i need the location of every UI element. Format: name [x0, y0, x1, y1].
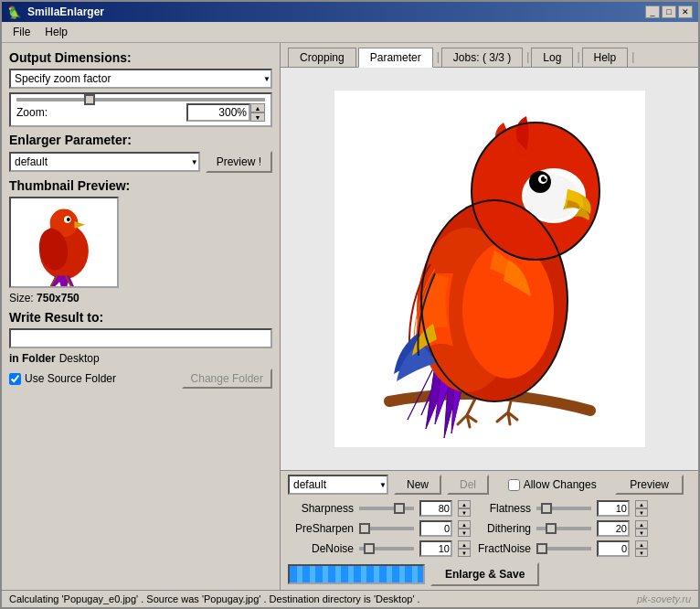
fractnoise-down[interactable]: ▼ [635, 549, 648, 557]
enlarger-param-section: Enlarger Parameter: default Preview ! [9, 133, 272, 173]
flatness-input[interactable] [597, 500, 630, 517]
fractnoise-slider[interactable] [536, 547, 591, 550]
sharpness-slider[interactable] [359, 507, 414, 510]
menu-bar: File Help [2, 22, 698, 43]
status-text: Calculating 'Popugay_e0.jpg' . Source wa… [9, 593, 420, 604]
write-result-section: Write Result to: Popugay_e1.jpg in Folde… [9, 310, 272, 389]
new-preset-button[interactable]: New [394, 475, 441, 495]
fractnoise-spin: ▲ ▼ [635, 540, 648, 557]
main-window: 🦜 SmillaEnlarger _ □ ✕ File Help Output … [0, 0, 700, 609]
menu-file[interactable]: File [5, 24, 37, 40]
sharpness-label: Sharpness [288, 502, 354, 515]
preview-button[interactable]: Preview ! [206, 151, 272, 173]
zoom-slider[interactable] [16, 98, 265, 102]
presharpen-input[interactable] [419, 520, 452, 537]
sharpness-down[interactable]: ▼ [458, 508, 471, 517]
use-source-folder-checkbox[interactable] [9, 373, 21, 385]
close-button[interactable]: ✕ [678, 5, 693, 18]
zoom-input[interactable] [186, 103, 250, 122]
zoom-spin-down[interactable]: ▼ [250, 112, 265, 122]
allow-changes-row: Allow Changes [508, 478, 597, 491]
status-bar: Calculating 'Popugay_e0.jpg' . Source wa… [2, 590, 698, 607]
tab-help[interactable]: Help [582, 48, 629, 67]
presharpen-label: PreSharpen [288, 522, 354, 535]
tab-cropping[interactable]: Cropping [288, 48, 356, 67]
dithering-spin: ▲ ▼ [635, 520, 648, 537]
tab-sep3: | [575, 50, 581, 63]
zoom-row: Zoom: ▲ ▼ [9, 92, 272, 127]
presharpen-down[interactable]: ▼ [458, 529, 471, 537]
sharpness-input[interactable] [419, 500, 452, 517]
flatness-up[interactable]: ▲ [635, 500, 648, 508]
zoom-spin-up[interactable]: ▲ [250, 103, 265, 112]
window-title: SmillaEnlarger [27, 5, 104, 18]
tab-sep1: | [435, 50, 441, 63]
change-folder-button[interactable]: Change Folder [182, 369, 272, 389]
preset-select[interactable]: default [288, 475, 388, 495]
zoom-mode-select-wrapper: Specify zoom factor [9, 69, 272, 89]
denoise-down[interactable]: ▼ [458, 549, 471, 557]
tab-parameter[interactable]: Parameter [358, 48, 433, 68]
size-display: Size: 750x750 [9, 292, 272, 304]
zoom-mode-wrapper: Specify zoom factor [9, 69, 272, 89]
preview-area [281, 68, 698, 470]
dithering-label: Dithering [476, 522, 531, 535]
zoom-mode-select[interactable]: Specify zoom factor [9, 69, 272, 89]
filename-input[interactable]: Popugay_e1.jpg [9, 328, 272, 348]
zoom-spin-buttons: ▲ ▼ [250, 103, 265, 122]
del-preset-button[interactable]: Del [447, 475, 489, 495]
params-row3: PreSharpen ▲ ▼ Dithering ▲ ▼ [281, 518, 698, 539]
sharpness-up[interactable]: ▲ [458, 500, 471, 508]
dithering-input[interactable] [597, 520, 630, 537]
checkbox-row: Use Source Folder Change Folder [9, 369, 272, 389]
tab-sep4: | [630, 50, 636, 63]
write-result-title: Write Result to: [9, 310, 272, 325]
in-folder-label: in Folder [9, 352, 56, 365]
presharpen-slider[interactable] [359, 527, 414, 530]
app-icon: 🦜 [7, 5, 22, 19]
enlarger-param-title: Enlarger Parameter: [9, 133, 272, 147]
dithering-slider[interactable] [536, 527, 591, 530]
minimize-button[interactable]: _ [645, 5, 660, 18]
param-row: default Preview ! [9, 151, 272, 173]
denoise-slider[interactable] [359, 547, 414, 550]
output-dimensions-section: Output Dimensions: Specify zoom factor Z… [9, 50, 272, 127]
zoom-label-row: Zoom: ▲ ▼ [16, 103, 265, 122]
presharpen-up[interactable]: ▲ [458, 520, 471, 529]
tab-jobs[interactable]: Jobs: ( 3/3 ) [441, 48, 523, 67]
flatness-slider[interactable] [536, 507, 591, 510]
fractnoise-up[interactable]: ▲ [635, 540, 648, 549]
zoom-label: Zoom: [16, 106, 48, 119]
thumbnail-box [9, 197, 119, 288]
folder-row: in Folder Desktop [9, 352, 272, 365]
denoise-spin: ▲ ▼ [458, 540, 471, 557]
denoise-up[interactable]: ▲ [458, 540, 471, 549]
size-label-text: Size: [9, 292, 34, 304]
right-panel: Cropping Parameter | Jobs: ( 3/3 ) | Log… [281, 43, 698, 590]
tab-bar: Cropping Parameter | Jobs: ( 3/3 ) | Log… [281, 43, 698, 68]
zoom-input-wrapper: ▲ ▼ [186, 103, 265, 122]
enlarge-save-button[interactable]: Enlarge & Save [430, 562, 539, 586]
flatness-down[interactable]: ▼ [635, 508, 648, 517]
param-select[interactable]: default [9, 152, 200, 172]
bottom-controls: default New Del Allow Changes Preview Sh… [281, 470, 698, 590]
thumbnail-title: Thumbnail Preview: [9, 178, 272, 193]
output-dimensions-title: Output Dimensions: [9, 50, 272, 65]
bottom-preview-button[interactable]: Preview [615, 475, 684, 495]
svg-point-18 [544, 176, 546, 179]
maximize-button[interactable]: □ [662, 5, 676, 18]
allow-changes-checkbox[interactable] [508, 479, 520, 491]
menu-help[interactable]: Help [37, 24, 75, 40]
size-value: 750x750 [37, 292, 80, 304]
dithering-up[interactable]: ▲ [635, 520, 648, 529]
params-row2: Sharpness ▲ ▼ Flatness ▲ ▼ [281, 498, 698, 518]
fractnoise-input[interactable] [597, 540, 630, 557]
title-bar: 🦜 SmillaEnlarger _ □ ✕ [2, 2, 698, 22]
presharpen-spin: ▲ ▼ [458, 520, 471, 537]
denoise-input[interactable] [419, 540, 452, 557]
tab-log[interactable]: Log [531, 48, 573, 67]
title-bar-left: 🦜 SmillaEnlarger [7, 5, 104, 19]
tab-sep2: | [525, 50, 531, 63]
sharpness-spin: ▲ ▼ [458, 500, 471, 517]
dithering-down[interactable]: ▼ [635, 529, 648, 537]
